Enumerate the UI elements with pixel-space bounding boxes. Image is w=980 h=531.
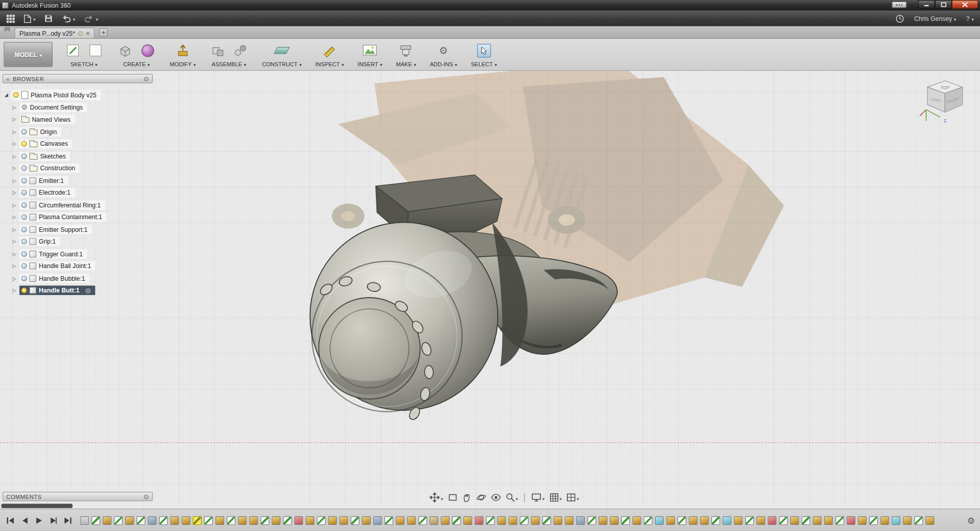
select-tool-button[interactable] [476, 42, 492, 59]
expand-arrow-icon[interactable]: ▷ [11, 288, 18, 294]
collapse-panel-icon[interactable]: « [6, 75, 10, 82]
timeline-feature-sketch[interactable] [283, 516, 292, 524]
select-menu[interactable]: SELECT [471, 61, 497, 67]
timeline-feature-sketch[interactable] [452, 516, 461, 524]
timeline-feature-sketch[interactable] [835, 516, 844, 524]
browser-item[interactable]: ▷ Construction [3, 162, 161, 174]
visibility-bulb-icon[interactable] [21, 153, 27, 159]
visibility-bulb-icon[interactable] [21, 239, 27, 245]
timeline-feature-sketch[interactable] [260, 516, 269, 524]
timeline-feature-sketch[interactable] [137, 516, 145, 524]
timeline-feature-gold[interactable] [565, 516, 574, 524]
timeline-feature-blue[interactable] [576, 516, 585, 524]
apps-grid-button[interactable] [6, 14, 15, 23]
browser-item[interactable]: ▷ Emitter Support:1 [3, 223, 161, 235]
expand-arrow-icon[interactable]: ▷ [11, 190, 18, 196]
timeline-feature-sketch[interactable] [204, 516, 213, 524]
timeline-feature-gold[interactable] [925, 516, 934, 524]
grid-settings-button[interactable] [549, 492, 562, 503]
timeline-feature-cyan[interactable] [892, 516, 901, 524]
viewports-button[interactable] [566, 492, 579, 503]
inspect-menu[interactable]: INSPECT [315, 61, 344, 67]
timeline-feature-sketch[interactable] [418, 516, 427, 524]
timeline-feature-sketch[interactable] [91, 516, 100, 524]
visibility-bulb-icon[interactable] [21, 129, 27, 135]
browser-item[interactable]: ▷ Trigger Guard:1 [3, 248, 161, 260]
zoom-window-button[interactable] [505, 492, 518, 503]
expand-arrow-icon[interactable]: ▷ [11, 129, 18, 135]
create-sketch-button[interactable] [65, 42, 81, 59]
timeline-feature-sketch[interactable] [542, 516, 551, 524]
skip-to-end-button[interactable] [63, 515, 73, 525]
timeline-feature-sketch[interactable] [677, 516, 686, 524]
timeline-feature-gold[interactable] [756, 516, 765, 524]
timeline-feature-gold[interactable] [306, 516, 314, 524]
save-button[interactable] [44, 14, 52, 22]
browser-item[interactable]: ▷ ⚙ Document Settings [3, 101, 161, 114]
timeline-feature-gold[interactable] [554, 516, 562, 524]
joint-button[interactable] [232, 42, 249, 59]
display-settings-button[interactable] [531, 492, 545, 503]
browser-item[interactable]: ▷ Sketches [3, 150, 161, 162]
primitive-box-button[interactable] [117, 42, 133, 59]
timeline-feature-gold[interactable] [666, 516, 675, 524]
browser-item[interactable]: ▷ Emitter:1 [3, 174, 161, 187]
browser-item[interactable]: ▷ Handle Butt:1 ◎ [3, 284, 161, 297]
make-menu[interactable]: MAKE [396, 61, 416, 67]
timeline-feature-gold[interactable] [531, 516, 540, 524]
sketch-palette-button[interactable] [87, 42, 103, 59]
create-menu[interactable]: CREATE [123, 61, 150, 67]
timeline-feature-gold[interactable] [362, 516, 371, 524]
activate-component-icon[interactable]: ◎ [85, 287, 91, 294]
expand-arrow-icon[interactable]: ▷ [11, 276, 18, 281]
timeline-feature-gold[interactable] [700, 516, 709, 524]
expand-arrow-icon[interactable]: ▷ [11, 141, 18, 147]
timeline-feature-gold[interactable] [633, 516, 641, 524]
timeline-feature-blue[interactable] [373, 516, 382, 524]
visibility-bulb-icon[interactable] [13, 92, 19, 98]
expand-arrow-icon[interactable]: ▷ [11, 104, 18, 110]
timeline-feature-gold[interactable] [441, 516, 449, 524]
expand-arrow-icon[interactable]: ▷ [11, 166, 18, 171]
timeline-feature-gold[interactable] [497, 516, 506, 524]
timeline-feature-blue[interactable] [148, 516, 156, 524]
titlebar-utility-button[interactable] [892, 1, 907, 8]
insert-menu[interactable]: INSERT [358, 61, 382, 67]
orbit-button[interactable] [476, 492, 486, 502]
timeline-feature-gold[interactable] [103, 516, 112, 524]
skip-to-start-button[interactable] [5, 515, 15, 525]
sketch-menu[interactable]: SKETCH [70, 61, 97, 67]
undo-button[interactable] [61, 14, 75, 22]
timeline-feature-gold[interactable] [790, 516, 799, 524]
step-back-button[interactable] [19, 515, 30, 525]
browser-item[interactable]: ▷ Origin [3, 125, 161, 138]
step-forward-button[interactable] [48, 515, 59, 525]
help-menu-button[interactable]: ? [966, 15, 974, 22]
visibility-bulb-icon[interactable] [21, 202, 27, 208]
timeline-feature-gold[interactable] [170, 516, 179, 524]
timeline-feature-sketch[interactable] [644, 516, 652, 524]
timeline-feature-gold[interactable] [598, 516, 607, 524]
expand-arrow-icon[interactable]: ▷ [11, 227, 18, 232]
expand-arrow-icon[interactable]: ◢ [3, 92, 10, 98]
visibility-bulb-icon[interactable] [21, 141, 27, 147]
construction-plane-button[interactable] [274, 42, 290, 59]
timeline-feature-gold[interactable] [238, 516, 247, 524]
expand-arrow-icon[interactable]: ▷ [11, 178, 18, 183]
modify-menu[interactable]: MODIFY [170, 61, 196, 67]
timeline-feature-gold[interactable] [734, 516, 743, 524]
assemble-menu[interactable]: ASSEMBLE [212, 61, 247, 67]
browser-item[interactable]: ▷ Handle Bubble:1 [3, 272, 161, 284]
visibility-bulb-icon[interactable] [21, 190, 27, 196]
timeline-feature-gold[interactable] [903, 516, 912, 524]
timeline-feature-sketch[interactable] [587, 516, 596, 524]
timeline-feature-sketch[interactable] [114, 516, 123, 524]
measure-button[interactable] [321, 42, 338, 59]
browser-item[interactable]: ▷ Circumferential Ring:1 [3, 199, 161, 211]
press-pull-button[interactable] [175, 42, 191, 59]
3d-print-button[interactable] [398, 42, 414, 59]
panel-options-icon[interactable]: ⊙ [144, 75, 149, 83]
visibility-bulb-icon[interactable] [21, 166, 27, 171]
pan-hand-button[interactable] [462, 492, 471, 502]
pan-button[interactable] [429, 492, 443, 503]
